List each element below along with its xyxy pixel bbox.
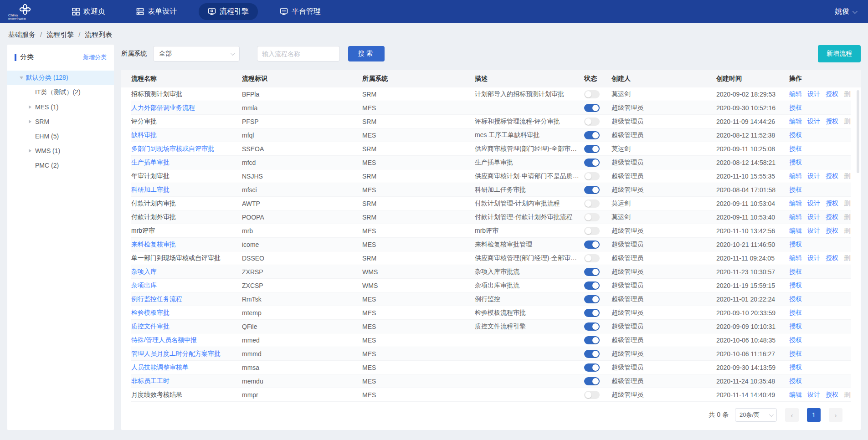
op-link[interactable]: 删除 (844, 391, 851, 399)
op-link[interactable]: 设计 (807, 391, 820, 399)
status-toggle[interactable] (584, 268, 600, 276)
op-link[interactable]: 授权 (789, 350, 802, 358)
op-link[interactable]: 授权 (789, 268, 802, 276)
system-select[interactable]: 全部 (153, 46, 240, 61)
status-toggle[interactable] (584, 227, 600, 235)
prev-page-button[interactable]: ‹ (785, 408, 799, 422)
op-link[interactable]: 授权 (789, 240, 802, 249)
nav-item-platform-admin[interactable]: 平台管理 (271, 3, 330, 20)
search-button[interactable]: 搜索 (348, 46, 385, 61)
category-tree-item[interactable]: IT类（测试）(2) (7, 85, 114, 100)
process-name-link[interactable]: 月度绩效考核结果 (131, 391, 242, 399)
category-tree-item[interactable]: EHM (5) (7, 129, 114, 143)
op-link[interactable]: 删除 (844, 172, 851, 180)
op-link[interactable]: 授权 (789, 145, 802, 153)
op-link[interactable]: 编辑 (789, 118, 802, 126)
status-toggle[interactable] (584, 172, 600, 180)
process-name-link[interactable]: 质控文件审批 (131, 322, 242, 331)
op-link[interactable]: 设计 (807, 227, 820, 235)
status-toggle[interactable] (584, 363, 600, 372)
op-link[interactable]: 删除 (844, 200, 851, 208)
process-name-link[interactable]: mrb评审 (131, 227, 242, 235)
process-name-link[interactable]: 付款计划内审批 (131, 200, 242, 208)
op-link[interactable]: 授权 (826, 90, 838, 98)
op-link[interactable]: 授权 (789, 336, 802, 344)
op-link[interactable]: 授权 (826, 172, 838, 180)
op-link[interactable]: 授权 (789, 104, 802, 112)
process-name-link[interactable]: 评分审批 (131, 118, 242, 126)
op-link[interactable]: 编辑 (789, 391, 802, 399)
add-process-button[interactable]: 新增流程 (818, 45, 861, 62)
category-tree-item[interactable]: MES (1) (7, 100, 114, 114)
op-link[interactable]: 编辑 (789, 172, 802, 180)
status-toggle[interactable] (584, 350, 600, 358)
breadcrumb-item-process-engine[interactable]: 流程引擎 (46, 31, 74, 39)
nav-item-process-engine[interactable]: 流程引擎 (199, 3, 258, 20)
status-toggle[interactable] (584, 90, 600, 98)
page-size-select[interactable]: 20条/页 (735, 408, 777, 422)
status-toggle[interactable] (584, 200, 600, 208)
status-toggle[interactable] (584, 240, 600, 249)
op-link[interactable]: 授权 (826, 118, 838, 126)
process-name-link[interactable]: 特殊/管理人员名额申报 (131, 336, 242, 344)
op-link[interactable]: 编辑 (789, 254, 802, 262)
current-page-button[interactable]: 1 (807, 408, 821, 422)
status-toggle[interactable] (584, 118, 600, 126)
op-link[interactable]: 设计 (807, 254, 820, 262)
table-scrollbar[interactable] (857, 90, 859, 173)
op-link[interactable]: 设计 (807, 172, 820, 180)
process-name-link[interactable]: 多部门到现场审核或自评审批 (131, 145, 242, 153)
status-toggle[interactable] (584, 377, 600, 385)
process-name-link[interactable]: 生产插单审批 (131, 159, 242, 167)
op-link[interactable]: 设计 (807, 200, 820, 208)
op-link[interactable]: 授权 (789, 363, 802, 372)
status-toggle[interactable] (584, 213, 600, 221)
user-menu[interactable]: 姚俊 (835, 7, 856, 16)
process-name-link[interactable]: 检验模板审批 (131, 309, 242, 317)
breadcrumb-item-base-service[interactable]: 基础服务 (8, 31, 36, 39)
op-link[interactable]: 授权 (826, 254, 838, 262)
category-tree-item[interactable]: WMS (1) (7, 143, 114, 158)
process-name-link[interactable]: 杂项入库 (131, 268, 242, 276)
status-toggle[interactable] (584, 131, 600, 139)
process-name-link[interactable]: 科研加工审批 (131, 186, 242, 194)
status-toggle[interactable] (584, 186, 600, 194)
nav-item-form-design[interactable]: 表单设计 (127, 3, 186, 20)
op-link[interactable]: 授权 (826, 200, 838, 208)
add-category-link[interactable]: 新增分类 (83, 53, 107, 61)
tree-caret-icon[interactable] (20, 77, 26, 79)
tree-caret-icon[interactable] (29, 149, 35, 153)
op-link[interactable]: 授权 (789, 295, 802, 303)
status-toggle[interactable] (584, 104, 600, 112)
tree-caret-icon[interactable] (29, 105, 35, 109)
process-name-link[interactable]: 招标预测计划审批 (131, 90, 242, 98)
op-link[interactable]: 删除 (844, 90, 851, 98)
status-toggle[interactable] (584, 309, 600, 317)
op-link[interactable]: 删除 (844, 254, 851, 262)
op-link[interactable]: 设计 (807, 213, 820, 221)
status-toggle[interactable] (584, 295, 600, 303)
process-name-link[interactable]: 年审计划审批 (131, 172, 242, 180)
status-toggle[interactable] (584, 159, 600, 167)
status-toggle[interactable] (584, 145, 600, 153)
op-link[interactable]: 删除 (844, 118, 851, 126)
next-page-button[interactable]: › (829, 408, 842, 422)
process-name-link[interactable]: 例行监控任务流程 (131, 295, 242, 303)
op-link[interactable]: 授权 (789, 281, 802, 290)
op-link[interactable]: 设计 (807, 118, 820, 126)
nav-item-welcome[interactable]: 欢迎页 (63, 3, 114, 20)
op-link[interactable]: 删除 (844, 227, 851, 235)
op-link[interactable]: 编辑 (789, 90, 802, 98)
process-name-link[interactable]: 付款计划外审批 (131, 213, 242, 221)
status-toggle[interactable] (584, 281, 600, 290)
op-link[interactable]: 授权 (789, 159, 802, 167)
status-toggle[interactable] (584, 322, 600, 331)
status-toggle[interactable] (584, 254, 600, 262)
op-link[interactable]: 授权 (789, 131, 802, 139)
op-link[interactable]: 授权 (789, 309, 802, 317)
op-link[interactable]: 授权 (826, 391, 838, 399)
tree-caret-icon[interactable] (29, 120, 35, 123)
process-name-link[interactable]: 人员技能调整审核单 (131, 363, 242, 372)
process-name-link[interactable]: 单一部门到现场审核或自评审批 (131, 254, 242, 262)
op-link[interactable]: 授权 (789, 322, 802, 331)
